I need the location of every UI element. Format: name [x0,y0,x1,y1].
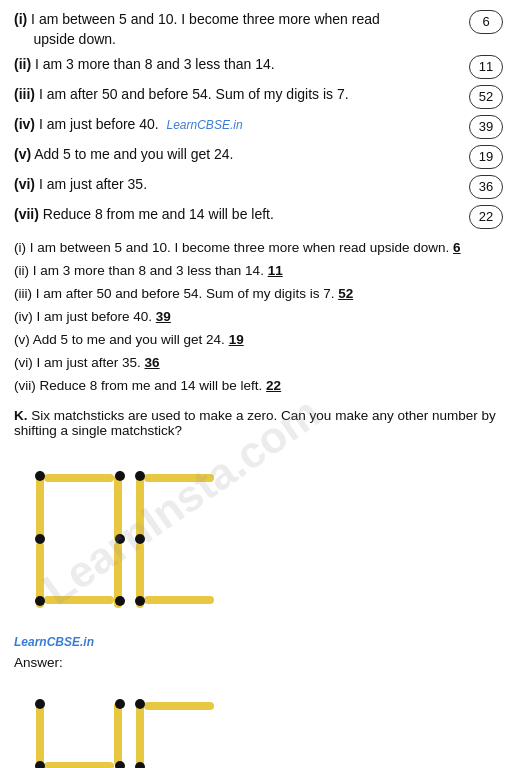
svg-point-20 [135,596,145,606]
svg-rect-12 [144,474,214,482]
answer-val-vi: 36 [145,355,160,370]
svg-point-30 [35,699,45,709]
svg-point-6 [35,471,45,481]
question-row-iv: (iv) I am just before 40. LearnCBSE.in 3… [14,115,503,139]
answer-val-v: 19 [229,332,244,347]
svg-rect-14 [136,474,144,542]
svg-point-10 [35,534,45,544]
question-text-i: (i) I am between 5 and 10. I become thre… [14,10,461,49]
question-text-vi: (vi) I am just after 35. [14,175,461,195]
answer-line-iii: (iii) I am after 50 and before 54. Sum o… [14,283,503,306]
question-row-ii: (ii) I am 3 more than 8 and 3 less than … [14,55,503,79]
question-row-vii: (vii) Reduce 8 from me and 14 will be le… [14,205,503,229]
svg-point-31 [115,699,125,709]
svg-point-8 [35,596,45,606]
question-text-iii: (iii) I am after 50 and before 54. Sum o… [14,85,461,105]
svg-rect-36 [144,702,214,710]
answer-bubble-vi: 36 [469,175,503,199]
answer-bubble-ii: 11 [469,55,503,79]
question-row-iii: (iii) I am after 50 and before 54. Sum o… [14,85,503,109]
question-row-vi: (vi) I am just after 35. 36 [14,175,503,199]
svg-rect-26 [36,702,44,766]
answer-bubble-iii: 52 [469,85,503,109]
answer-bubble-iv: 39 [469,115,503,139]
answer-bubble-v: 19 [469,145,503,169]
question-text-vii: (vii) Reduce 8 from me and 14 will be le… [14,205,461,225]
matchstick-answer-svg [14,674,214,768]
matchstick-zero-svg [14,446,214,631]
svg-point-9 [115,596,125,606]
answer-line-iv: (iv) I am just before 40. 39 [14,306,503,329]
learnCBSE-label-k: LearnCBSE.in [14,633,503,649]
svg-point-22 [135,534,145,544]
answer-val-ii: 11 [268,263,283,278]
svg-point-7 [115,471,125,481]
answer-val-i: 6 [453,240,461,255]
answer-val-iv: 39 [156,309,171,324]
question-text-iv: (iv) I am just before 40. LearnCBSE.in [14,115,461,135]
svg-rect-1 [44,596,114,604]
question-row-v: (v) Add 5 to me and you will get 24. 19 [14,145,503,169]
svg-rect-24 [44,762,114,768]
answer-label-k: Answer: [14,655,503,670]
answer-line-ii: (ii) I am 3 more than 8 and 3 less than … [14,260,503,283]
matchstick-zero-container: LearnInsta.com [14,446,214,631]
answer-line-vii: (vii) Reduce 8 from me and 14 will be le… [14,375,503,398]
section-i: (i) I am between 5 and 10. I become thre… [14,10,503,229]
svg-point-42 [135,699,145,709]
svg-rect-13 [144,596,214,604]
answer-line-i: (i) I am between 5 and 10. I become thre… [14,237,503,260]
answer-bubble-i: 6 [469,10,503,34]
svg-point-18 [135,471,145,481]
svg-rect-28 [114,702,122,766]
answer-line-v: (v) Add 5 to me and you will get 24. 19 [14,329,503,352]
section-k: K. Six matchsticks are used to make a ze… [14,408,503,768]
answer-bubble-vii: 22 [469,205,503,229]
matchstick-answer-container [14,674,214,768]
svg-rect-38 [136,702,144,768]
answer-line-vi: (vi) I am just after 35. 36 [14,352,503,375]
answers-section: (i) I am between 5 and 10. I become thre… [14,237,503,398]
answer-val-vii: 22 [266,378,281,393]
question-text-ii: (ii) I am 3 more than 8 and 3 less than … [14,55,461,75]
question-row-i: (i) I am between 5 and 10. I become thre… [14,10,503,49]
question-text-v: (v) Add 5 to me and you will get 24. [14,145,461,165]
svg-rect-4 [114,474,122,542]
svg-rect-2 [36,474,44,542]
answer-val-iii: 52 [338,286,353,301]
section-k-title: K. Six matchsticks are used to make a ze… [14,408,503,438]
svg-rect-0 [44,474,114,482]
svg-point-11 [115,534,125,544]
watermark-iv: LearnCBSE.in [167,118,243,132]
